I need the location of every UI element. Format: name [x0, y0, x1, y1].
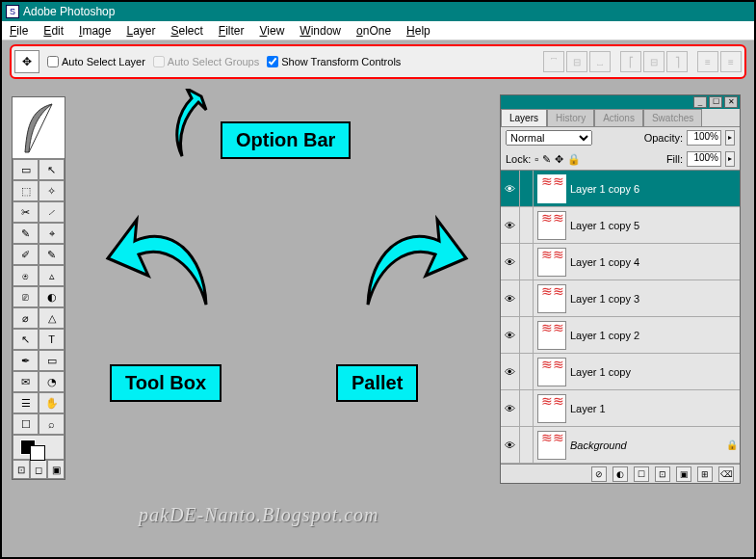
tool-2-0[interactable]: ✂	[13, 201, 39, 223]
layer-row[interactable]: 👁Layer 1 copy 4	[501, 244, 740, 280]
layer-row[interactable]: 👁Layer 1 copy 3	[501, 280, 740, 317]
color-swatches[interactable]	[13, 435, 65, 460]
tab-actions[interactable]: Actions	[594, 109, 643, 126]
tool-9-0[interactable]: ✒	[13, 350, 39, 371]
visibility-eye-icon[interactable]: 👁	[501, 244, 520, 280]
tool-0-0[interactable]: ▭	[13, 159, 39, 180]
visibility-eye-icon[interactable]: 👁	[501, 171, 520, 206]
menu-help[interactable]: Help	[399, 22, 438, 40]
panel-close-button[interactable]: ☐	[709, 96, 722, 108]
tool-4-0[interactable]: ✐	[13, 244, 39, 265]
tool-7-0[interactable]: ⌀	[13, 307, 39, 329]
callout-optionbar: Option Bar	[221, 121, 351, 159]
visibility-eye-icon[interactable]: 👁	[501, 354, 520, 389]
footer-btn-5[interactable]: ⊞	[697, 466, 713, 482]
tool-5-1[interactable]: ▵	[39, 265, 65, 286]
menu-layer[interactable]: Layer	[118, 22, 163, 40]
visibility-eye-icon[interactable]: 👁	[501, 317, 520, 353]
footer-btn-1[interactable]: ◐	[613, 466, 628, 482]
layer-row[interactable]: 👁Background🔒	[501, 427, 740, 464]
layer-thumbnail[interactable]	[537, 358, 566, 386]
visibility-eye-icon[interactable]: 👁	[501, 280, 520, 316]
tool-10-1[interactable]: ◔	[39, 371, 65, 392]
tool-1-0[interactable]: ⬚	[13, 180, 39, 201]
layer-row[interactable]: 👁Layer 1	[501, 390, 740, 427]
footer-btn-4[interactable]: ▣	[676, 466, 691, 482]
move-tool-icon[interactable]: ✥	[14, 50, 39, 73]
option-bar: ✥ Auto Select Layer Auto Select Groups S…	[10, 44, 746, 79]
blend-mode-select[interactable]: Normal	[506, 130, 592, 146]
tool-2-1[interactable]: ⟋	[39, 201, 65, 223]
background-swatch[interactable]	[30, 445, 45, 461]
layer-thumbnail[interactable]	[537, 321, 566, 350]
layer-thumbnail[interactable]	[537, 174, 566, 203]
menu-select[interactable]: Select	[163, 22, 210, 40]
footer-btn-6[interactable]: ⌫	[718, 466, 734, 482]
layer-row[interactable]: 👁Layer 1 copy 6	[501, 171, 740, 207]
tool-12-1[interactable]: ⌕	[39, 413, 65, 435]
menu-view[interactable]: View	[252, 22, 293, 40]
layer-row[interactable]: 👁Layer 1 copy	[501, 354, 740, 390]
tool-3-0[interactable]: ✎	[13, 223, 39, 244]
align-vmid: ⊟	[566, 51, 587, 72]
tool-11-0[interactable]: ☰	[13, 392, 39, 413]
lock-transparent-icon[interactable]: ▫	[534, 153, 538, 165]
tool-1-1[interactable]: ✧	[39, 180, 65, 201]
layer-thumbnail[interactable]	[537, 211, 566, 240]
link-col	[520, 171, 534, 206]
lock-all-icon[interactable]: 🔒	[567, 153, 581, 166]
layer-row[interactable]: 👁Layer 1 copy 2	[501, 317, 740, 354]
fill-dropdown-icon[interactable]: ▸	[725, 151, 735, 167]
tab-swatches[interactable]: Swatches	[643, 109, 702, 126]
menu-window[interactable]: Window	[292, 22, 349, 40]
layer-thumbnail[interactable]	[537, 394, 566, 423]
fill-label: Fill:	[666, 153, 683, 165]
auto-select-layer-checkbox[interactable]: Auto Select Layer	[47, 56, 145, 67]
show-transform-checkbox[interactable]: Show Transform Controls	[267, 56, 401, 67]
tool-8-0[interactable]: ↖	[13, 329, 39, 350]
mini-btn-0[interactable]: ⊡	[13, 460, 30, 479]
mini-btn-1[interactable]: ◻	[30, 460, 47, 479]
tool-3-1[interactable]: ⌖	[39, 223, 65, 244]
fill-input[interactable]: 100%	[687, 151, 721, 167]
tool-5-0[interactable]: ⍟	[13, 265, 39, 286]
tool-12-0[interactable]: ☐	[13, 413, 39, 435]
layer-thumbnail[interactable]	[537, 431, 566, 460]
dist-h: ≡	[697, 51, 718, 72]
layer-thumbnail[interactable]	[537, 284, 566, 313]
menu-edit[interactable]: Edit	[36, 22, 71, 40]
panel-x-button[interactable]: ✕	[724, 96, 738, 108]
layer-row[interactable]: 👁Layer 1 copy 5	[501, 207, 740, 244]
visibility-eye-icon[interactable]: 👁	[501, 390, 520, 426]
tool-6-0[interactable]: ⎚	[13, 286, 39, 307]
menu-file[interactable]: File	[2, 22, 36, 40]
tool-0-1[interactable]: ↖	[39, 159, 65, 180]
layer-thumbnail[interactable]	[537, 248, 566, 277]
footer-btn-3[interactable]: ⊡	[655, 466, 670, 482]
tab-history[interactable]: History	[547, 109, 594, 126]
tool-9-1[interactable]: ▭	[39, 350, 65, 371]
footer-btn-0[interactable]: ⊘	[591, 466, 607, 482]
tool-4-1[interactable]: ✎	[39, 244, 65, 265]
panel-minimize-button[interactable]: _	[693, 96, 707, 108]
visibility-eye-icon[interactable]: 👁	[501, 207, 520, 243]
menu-image[interactable]: Image	[71, 22, 118, 40]
menu-filter[interactable]: Filter	[211, 22, 252, 40]
visibility-eye-icon[interactable]: 👁	[501, 427, 520, 463]
auto-select-layer-input[interactable]	[47, 56, 59, 67]
tool-11-1[interactable]: ✋	[39, 392, 65, 413]
lock-brush-icon[interactable]: ✎	[542, 153, 551, 166]
mini-btn-2[interactable]: ▣	[47, 460, 65, 479]
tool-8-1[interactable]: T	[39, 329, 65, 350]
menu-onone[interactable]: onOne	[349, 22, 399, 40]
opacity-dropdown-icon[interactable]: ▸	[725, 130, 735, 146]
tool-6-1[interactable]: ◐	[39, 286, 65, 307]
tool-10-0[interactable]: ✉	[13, 371, 39, 392]
opacity-input[interactable]: 100%	[687, 130, 721, 146]
layer-name: Layer 1 copy 5	[570, 220, 740, 231]
show-transform-input[interactable]	[267, 56, 278, 67]
footer-btn-2[interactable]: ☐	[634, 466, 649, 482]
tool-7-1[interactable]: △	[39, 307, 65, 329]
lock-move-icon[interactable]: ✥	[555, 153, 563, 166]
tab-layers[interactable]: Layers	[501, 109, 547, 126]
